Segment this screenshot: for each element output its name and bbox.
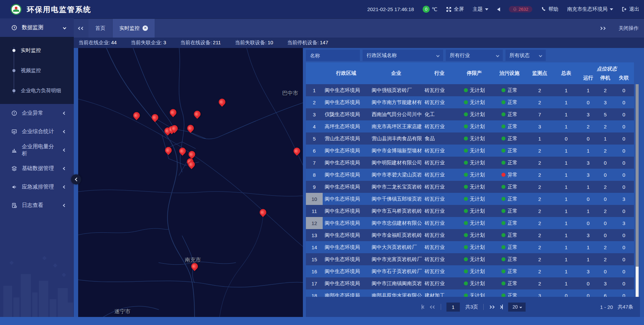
cell-region: 阆中生态环境局 xyxy=(323,157,370,169)
cell-production: 无计划 xyxy=(456,108,492,120)
tab-close-icon[interactable]: ✕ xyxy=(143,25,148,31)
status-dot-green xyxy=(501,124,505,128)
status-filter-value: 所有状态 xyxy=(509,52,530,59)
tab-scroll-left-button[interactable] xyxy=(74,19,89,38)
tab-realtime-monitor[interactable]: 实时监控 ✕ xyxy=(113,19,155,38)
first-page-button[interactable] xyxy=(422,305,425,309)
stat-label: 当前停机设备: xyxy=(287,40,319,45)
status-dot-green xyxy=(464,149,468,153)
column-facility: 治污设施 xyxy=(492,62,527,84)
table-row[interactable]: 4高坪生态环境局南充市高坪区王家店建砖瓦行业无计划正常31220 xyxy=(306,120,634,132)
pagination-controls: 共3页 20 xyxy=(422,297,526,317)
cell-region: 阆中生态环境局 xyxy=(323,96,370,108)
close-operations-button[interactable]: 关闭操作 xyxy=(619,25,639,32)
sidebar-group[interactable]: 企业用电量分析 xyxy=(0,141,74,159)
cell-production: 无计划 xyxy=(456,157,492,169)
cell-meter: 1 xyxy=(553,253,580,265)
double-chevron-right-icon[interactable] xyxy=(600,27,605,30)
cell-facility: 正常 xyxy=(492,217,527,229)
map-panel[interactable]: 巴中市南充市遂宁市 xyxy=(78,48,303,320)
table-row[interactable]: 3仪陇生态环境局西南油气田分公司川中化工无计划正常71350 xyxy=(306,108,634,120)
table-row[interactable]: 9阆中生态环境局阆中市二龙长宝页岩砖砖瓦行业无计划正常21120 xyxy=(306,181,634,193)
theme-dropdown[interactable]: 主题 xyxy=(473,6,488,12)
table-row[interactable]: 8阆中生态环境局阆中市枣碧大梁山页岩砖瓦行业无计划异常21300 xyxy=(306,169,634,181)
page-size-select[interactable]: 20 xyxy=(508,303,526,312)
stat-value: 10 xyxy=(268,40,273,45)
table-row[interactable]: 2阆中生态环境局阆中市南方节能建材有砖瓦行业无计划正常21030 xyxy=(306,96,634,108)
cell-points: 2 xyxy=(527,217,553,229)
cell-company: 西南油气田分公司川中 xyxy=(370,108,423,120)
table-row[interactable]: 16阆中生态环境局阆中市石子页岩机砖厂砖瓦行业无计划正常21300 xyxy=(306,265,634,277)
cell-industry: 砖瓦行业 xyxy=(423,84,456,96)
cell-stop: 0 xyxy=(597,157,614,169)
cell-industry: 砖瓦行业 xyxy=(423,217,456,229)
fullscreen-icon xyxy=(446,7,451,12)
sidebar-group[interactable]: 应急减排管理 xyxy=(0,178,74,196)
page-number-input[interactable] xyxy=(446,303,460,312)
logout-button[interactable]: 退出 xyxy=(622,6,639,12)
row-index: 1 xyxy=(306,84,323,96)
cell-company: 阆中市石子页岩机砖厂 xyxy=(370,265,423,277)
cell-region: 阆中生态环境局 xyxy=(323,84,370,96)
stat-item: 当前停机设备:147 xyxy=(287,40,328,46)
table-row[interactable]: 15阆中生态环境局阆中市光富页岩机砖厂砖瓦行业无计划正常21120 xyxy=(306,253,634,265)
table-scrollbar[interactable] xyxy=(636,84,639,297)
table-row[interactable]: 6阆中生态环境局阆中市金博瑞新型墙材砖瓦行业无计划正常21120 xyxy=(306,145,634,157)
cell-facility: 正常 xyxy=(492,205,527,217)
cell-points: 2 xyxy=(527,229,553,241)
row-index: 4 xyxy=(306,120,323,132)
row-index: 17 xyxy=(306,277,323,289)
table-row[interactable]: 1阆中生态环境局阆中强锐页岩砖厂砖瓦行业无计划正常21120 xyxy=(306,84,634,96)
table-row[interactable]: 17阆中生态环境局阆中市江南镇阆南页岩砖瓦行业无计划正常21030 xyxy=(306,277,634,289)
sidebar-collapse-button[interactable] xyxy=(71,174,81,184)
cell-meter: 1 xyxy=(553,157,580,169)
table-row[interactable]: 13阆中生态环境局阆中市金福旺页岩机砖砖瓦行业无计划正常21300 xyxy=(306,229,634,241)
temperature-unit: ℃ xyxy=(432,6,437,12)
help-button[interactable]: 帮助 xyxy=(541,6,558,12)
facility-status-label: 正常 xyxy=(507,87,518,94)
fullscreen-button[interactable]: 全屏 xyxy=(446,6,464,12)
prev-page-button[interactable] xyxy=(430,306,435,308)
table-row[interactable]: 10阆中生态环境局阆中千佛镇五郎垭页岩砖瓦行业无计划正常21003 xyxy=(306,193,634,205)
sidebar-item[interactable]: 企业电力负荷明细 xyxy=(0,80,74,101)
cell-production: 无计划 xyxy=(456,96,492,108)
production-status-label: 无计划 xyxy=(470,184,485,190)
table-row[interactable]: 7阆中生态环境局阆中明阳建材有限公司砖瓦行业无计划正常21300 xyxy=(306,157,634,169)
sidebar-group[interactable]: 企业综合统计 xyxy=(0,122,74,141)
industry-filter-select[interactable]: 所有行业 xyxy=(446,50,503,61)
sidebar-group[interactable]: 基础数据管理 xyxy=(0,159,74,178)
tab-bar: 首页 实时监控 ✕ 关闭操作 xyxy=(74,18,644,38)
cell-offline: 0 xyxy=(614,157,634,169)
status-dot-green xyxy=(464,233,468,237)
name-filter-input[interactable] xyxy=(306,50,360,61)
speaker-icon[interactable] xyxy=(497,7,500,11)
cell-points: 2 xyxy=(527,277,553,289)
table-row[interactable]: 11阆中生态环境局阆中市五马桥页岩机砖砖瓦行业无计划正常21120 xyxy=(306,205,634,217)
table-row[interactable]: 12阆中生态环境局阆中市忠信建材有限公砖瓦行业无计划正常21003 xyxy=(306,217,634,229)
region-filter-select[interactable]: 行政区域名称 xyxy=(363,50,443,61)
last-page-button[interactable] xyxy=(499,305,503,309)
sidebar-group[interactable]: 数据监测 xyxy=(0,18,74,37)
sidebar-group[interactable]: 日志查看 xyxy=(0,196,74,215)
cell-company: 阆中明阳建材有限公司 xyxy=(370,157,423,169)
facility-status-label: 正常 xyxy=(507,208,518,214)
status-dot-green xyxy=(464,185,468,189)
org-dropdown[interactable]: 南充市生态环境局 xyxy=(567,6,613,12)
notice-badge[interactable]: 2632 xyxy=(509,6,532,12)
sidebar: 数据监测实时监控视频监控企业电力负荷明细企业异常企业综合统计企业用电量分析基础数… xyxy=(0,18,74,318)
sidebar-group[interactable]: 企业异常 xyxy=(0,104,74,122)
sidebar-item[interactable]: 视频监控 xyxy=(0,60,74,80)
facility-status-label: 正常 xyxy=(507,280,518,287)
cell-points: 3 xyxy=(527,120,553,132)
table-row[interactable]: 5营山生态环境局营山县润丰肉食品有限食品无计划正常10010 xyxy=(306,132,634,145)
next-page-button[interactable] xyxy=(489,306,494,308)
cell-region: 高坪生态环境局 xyxy=(323,120,370,132)
cell-company: 阆中市五马桥页岩机砖 xyxy=(370,205,423,217)
scrollbar-thumb[interactable] xyxy=(636,267,639,297)
table-row[interactable]: 14阆中生态环境局阆中大兴页岩机砖厂砖瓦行业无计划正常21120 xyxy=(306,241,634,253)
status-filter-select[interactable]: 所有状态 xyxy=(505,50,546,61)
sidebar-item[interactable]: 实时监控 xyxy=(0,40,74,60)
table-row[interactable]: 18南部生态环境局南部县双华水泥有限公建材加工无计划正常30060 xyxy=(306,289,634,297)
cell-run: 3 xyxy=(580,229,597,241)
tab-home[interactable]: 首页 xyxy=(89,19,112,38)
